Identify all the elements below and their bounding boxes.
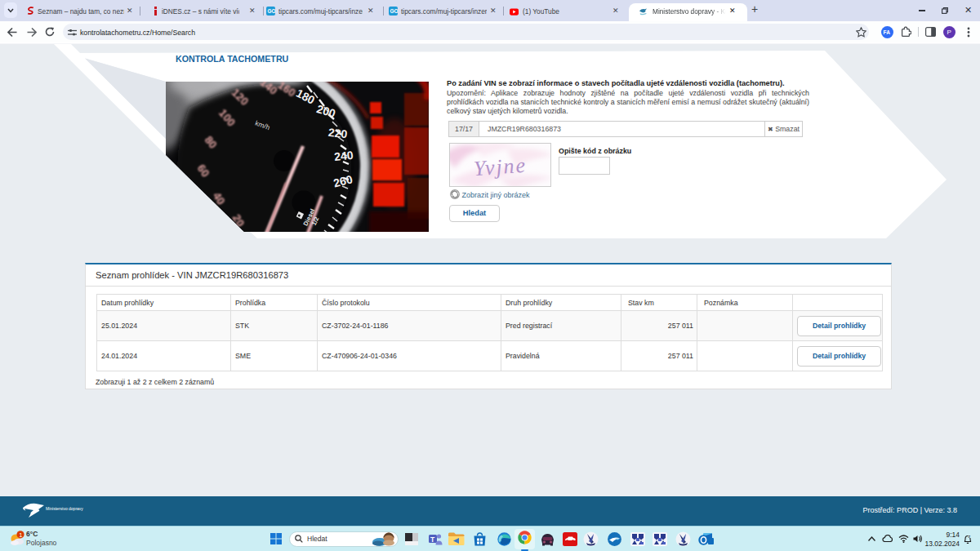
svg-text:GO: GO: [267, 8, 275, 14]
svg-text:z: z: [969, 534, 971, 539]
svg-text:P: P: [947, 29, 951, 36]
svg-text:Yvjne: Yvjne: [473, 153, 526, 180]
svg-text:GO: GO: [390, 8, 398, 14]
svg-text:1: 1: [19, 531, 22, 539]
svg-text:220: 220: [327, 126, 348, 140]
svg-text:240: 240: [333, 149, 354, 163]
svg-text:FA: FA: [884, 29, 891, 35]
svg-text:T: T: [430, 535, 435, 544]
